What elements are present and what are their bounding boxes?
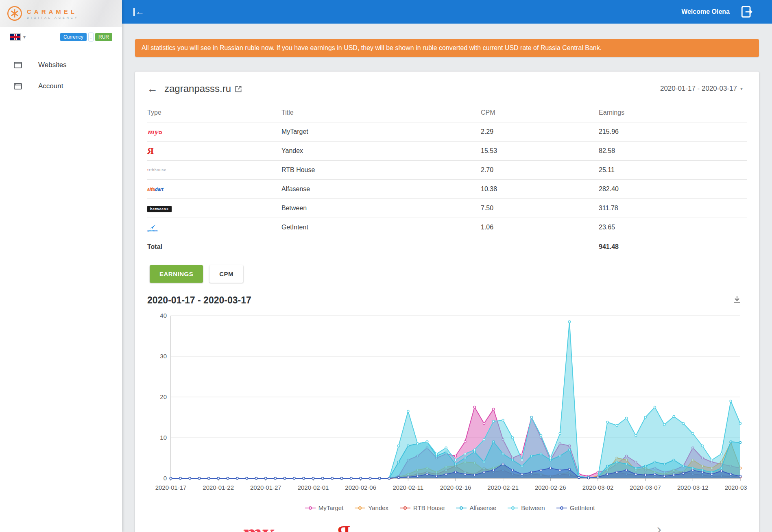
sidebar-item-websites[interactable]: Websites xyxy=(0,55,122,76)
network-cpm: 2.70 xyxy=(481,166,599,174)
mytarget-partner-logo[interactable]: my xyxy=(241,523,271,532)
collapse-sidebar-icon[interactable]: ← xyxy=(133,7,144,16)
between-logo: betweenX xyxy=(147,205,281,212)
legend-item[interactable]: GetIntent xyxy=(556,504,595,511)
svg-text:2020-01-27: 2020-01-27 xyxy=(250,484,281,491)
svg-text:2020-01-22: 2020-01-22 xyxy=(203,484,234,491)
legend-label: Yandex xyxy=(368,504,388,511)
cpm-button[interactable]: CPM xyxy=(209,265,243,283)
alfadart-logo: alfadart xyxy=(147,187,281,192)
card-header: ← zagranpasss.ru 2020-01-17 - 2020-03-17… xyxy=(135,72,759,103)
col-cpm: CPM xyxy=(481,109,599,116)
table-row[interactable]: my MyTarget 2.29 215.96 xyxy=(147,122,747,142)
caramel-logo-icon xyxy=(7,5,23,22)
sidebar-item-account[interactable]: Account xyxy=(0,76,122,97)
table-row[interactable]: getintent GetIntent 1.06 23.65 xyxy=(147,218,747,237)
col-type: Type xyxy=(147,109,281,116)
getintent-logo-stack: getintent xyxy=(147,225,157,232)
logout-icon[interactable] xyxy=(740,5,754,19)
svg-text:2020-02-21: 2020-02-21 xyxy=(487,484,519,491)
table-row[interactable]: alfadart Alfasense 10.38 282.40 xyxy=(147,180,747,199)
legend-item[interactable]: MyTarget xyxy=(305,504,344,511)
chart-header: 2020-01-17 - 2020-03-17 xyxy=(135,283,759,308)
table-row[interactable]: betweenX Between 7.50 311.78 xyxy=(147,199,747,218)
currency-notice-banner: All statistics you will see in Russian r… xyxy=(135,39,759,57)
network-cpm: 15.53 xyxy=(481,147,599,155)
site-stats-card: ← zagranpasss.ru 2020-01-17 - 2020-03-17… xyxy=(135,72,759,532)
page-title: zagranpasss.ru xyxy=(164,83,231,94)
chart-title: 2020-01-17 - 2020-03-17 xyxy=(147,295,251,306)
svg-text:2020-03-12: 2020-03-12 xyxy=(677,484,709,491)
sidebar-nav: Websites Account xyxy=(0,55,122,97)
chevron-down-icon: ▾ xyxy=(740,86,743,92)
table-row[interactable]: •rtbhouse RTB House 2.70 25.11 xyxy=(147,161,747,180)
back-arrow-icon[interactable]: ← xyxy=(147,83,158,94)
legend-item[interactable]: Yandex xyxy=(355,504,388,511)
next-arrow-icon[interactable]: › xyxy=(657,522,661,532)
download-icon[interactable] xyxy=(732,295,742,305)
legend-dot-icon xyxy=(358,506,362,510)
legend-item[interactable]: RTB House xyxy=(400,504,445,511)
date-range-selector[interactable]: 2020-01-17 - 2020-03-17 ▾ xyxy=(660,85,743,93)
svg-text:40: 40 xyxy=(160,312,167,319)
svg-text:2020-02-01: 2020-02-01 xyxy=(298,484,329,491)
total-value: 941.48 xyxy=(599,243,747,251)
svg-text:2020-03-07: 2020-03-07 xyxy=(630,484,661,491)
legend-line-icon xyxy=(515,508,518,508)
locale-row: ▾ Currency : RUR xyxy=(0,27,122,46)
top-bar: ← Welcome Olena xyxy=(122,0,772,24)
date-range-text: 2020-01-17 - 2020-03-17 xyxy=(660,85,737,93)
websites-icon xyxy=(13,60,23,70)
legend-item[interactable]: Between xyxy=(508,504,545,511)
yandex-partner-logo[interactable]: Я xyxy=(336,523,350,532)
currency-separator-chip: : xyxy=(88,33,94,41)
mytarget-logo: my xyxy=(147,128,281,136)
earnings-area-chart[interactable]: 0102030402020-01-172020-01-222020-01-272… xyxy=(145,310,747,501)
network-title: Alfasense xyxy=(281,185,481,193)
network-cpm: 7.50 xyxy=(481,205,599,212)
uk-flag-icon[interactable] xyxy=(10,33,21,41)
svg-text:2020-01-17: 2020-01-17 xyxy=(155,484,187,491)
legend-line-icon xyxy=(312,508,316,508)
welcome-text: Welcome Olena xyxy=(681,8,730,15)
network-title: Between xyxy=(281,205,481,212)
network-title: RTB House xyxy=(281,166,481,174)
svg-text:2020-02-11: 2020-02-11 xyxy=(393,484,424,491)
brand-texts: CARAMEL DIGITAL AGENCY xyxy=(27,8,79,19)
svg-text:2020-02-16: 2020-02-16 xyxy=(440,484,471,491)
legend-line-icon xyxy=(556,508,560,508)
svg-text:2020-03-02: 2020-03-02 xyxy=(582,484,614,491)
legend-label: MyTarget xyxy=(318,504,344,511)
rtbhouse-logo: •rtbhouse xyxy=(147,168,281,172)
currency-value-chip[interactable]: RUR xyxy=(95,33,112,41)
legend-line-icon xyxy=(407,508,410,508)
network-earnings: 311.78 xyxy=(599,205,747,212)
metric-toggle: EARNINGS CPM xyxy=(142,256,752,283)
table-header-row: Type Title CPM Earnings xyxy=(147,103,747,122)
target-ring-icon xyxy=(159,131,162,134)
currency-selector[interactable]: Currency : RUR xyxy=(60,33,112,41)
network-earnings: 215.96 xyxy=(599,128,747,135)
svg-text:30: 30 xyxy=(160,353,167,360)
external-link-icon[interactable] xyxy=(234,85,242,93)
legend-item[interactable]: Alfasense xyxy=(456,504,496,511)
account-icon xyxy=(13,81,23,91)
earnings-button[interactable]: EARNINGS xyxy=(150,265,203,283)
legend-line-icon xyxy=(463,508,467,508)
legend-label: RTB House xyxy=(413,504,445,511)
legend-line-icon xyxy=(563,508,567,508)
legend-line-icon xyxy=(355,508,358,508)
network-title: MyTarget xyxy=(281,128,481,135)
legend-label: Between xyxy=(521,504,545,511)
currency-label-chip[interactable]: Currency xyxy=(60,33,87,41)
chevron-down-icon[interactable]: ▾ xyxy=(23,34,26,40)
legend-line-icon xyxy=(305,508,309,508)
yandex-logo: Я xyxy=(147,146,281,156)
legend-line-icon xyxy=(400,508,403,508)
legend-label: GetIntent xyxy=(570,504,595,511)
getintent-plane-icon xyxy=(150,225,155,229)
col-earnings: Earnings xyxy=(599,109,747,116)
brand-name: CARAMEL xyxy=(27,8,79,15)
network-cpm: 10.38 xyxy=(481,185,599,193)
table-row[interactable]: Я Yandex 15.53 82.58 xyxy=(147,142,747,161)
